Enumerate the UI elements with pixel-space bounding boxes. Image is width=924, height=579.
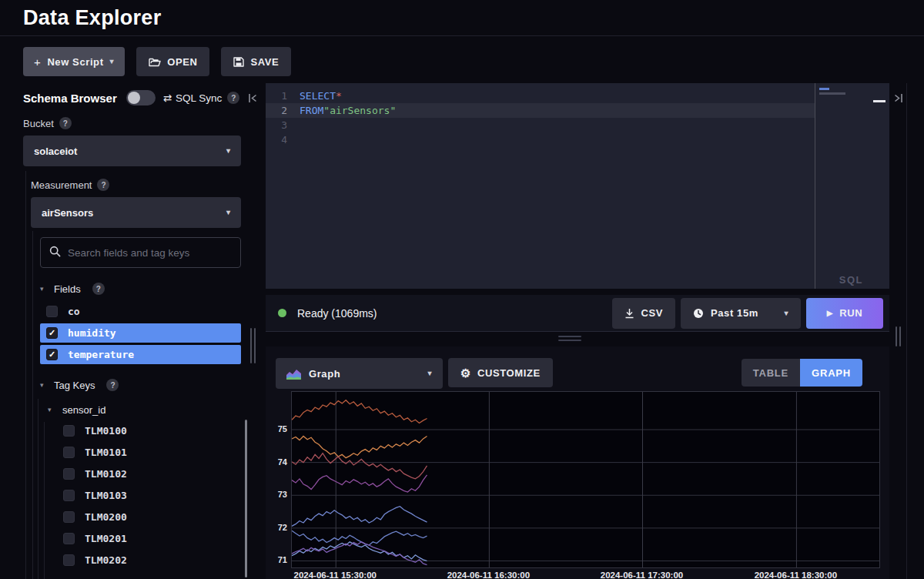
status-dot-icon bbox=[278, 309, 286, 317]
chevron-down-icon: ▾ bbox=[226, 147, 230, 155]
tag-value-row[interactable]: TLM0201 bbox=[57, 529, 241, 548]
collapse-left-icon[interactable] bbox=[248, 92, 258, 106]
y-axis-tick-label: 75 bbox=[266, 424, 287, 433]
checkbox-unchecked[interactable] bbox=[63, 533, 75, 544]
open-button[interactable]: OPEN bbox=[136, 47, 209, 76]
sql-sync-help-icon[interactable]: ? bbox=[227, 92, 239, 104]
sql-editor[interactable]: 1SELECT *2FROM "airSensors"34 SQL bbox=[266, 83, 889, 289]
data-explorer-page: Data Explorer + New Script ▾ OPEN SAVE S… bbox=[0, 0, 924, 579]
customize-button[interactable]: ⚙ CUSTOMIZE bbox=[448, 358, 553, 387]
schema-browser-header: Schema Browser ⇄ SQL Sync ? bbox=[23, 89, 241, 107]
new-script-button[interactable]: + New Script ▾ bbox=[23, 47, 125, 76]
tab-table[interactable]: TABLE bbox=[742, 359, 800, 387]
checkbox-unchecked[interactable] bbox=[63, 490, 75, 501]
bucket-label-row: Bucket ? bbox=[23, 115, 241, 131]
plus-icon: + bbox=[34, 55, 41, 69]
code-line[interactable]: 2FROM "airSensors" bbox=[266, 103, 815, 118]
chart-series-line-8 bbox=[292, 542, 427, 565]
y-axis-tick-label: 73 bbox=[266, 490, 287, 499]
save-button[interactable]: SAVE bbox=[221, 47, 291, 76]
chevron-down-icon: ▾ bbox=[784, 310, 788, 317]
schema-browser-sidebar: Schema Browser ⇄ SQL Sync ? Bucket ? sol… bbox=[23, 89, 241, 579]
bucket-value: solaceiot bbox=[34, 146, 77, 157]
play-icon: ▶ bbox=[827, 309, 833, 317]
search-icon bbox=[49, 246, 61, 260]
checkbox-checked[interactable]: ✓ bbox=[46, 327, 58, 339]
measurement-label-row: Measurement ? bbox=[31, 177, 241, 192]
tag-value-row[interactable]: TLM0100 bbox=[57, 421, 241, 440]
sql-sync-toggle[interactable] bbox=[126, 90, 156, 105]
query-status-bar: Ready (1069ms) CSV Past 15m ▾ ▶ RUN bbox=[266, 295, 889, 332]
fields-collapse-icon[interactable]: ▾ bbox=[40, 285, 48, 293]
chart-series-line-3 bbox=[292, 453, 427, 479]
checkbox-checked[interactable]: ✓ bbox=[46, 349, 58, 360]
field-row[interactable]: ✓humidity bbox=[40, 323, 241, 343]
language-badge: SQL bbox=[839, 274, 863, 286]
tag-value-row-label: TLM0101 bbox=[85, 447, 127, 458]
chart-series-line-4 bbox=[292, 475, 427, 492]
results-resize-handle[interactable] bbox=[558, 336, 581, 343]
tag-value-row[interactable]: TLM0202 bbox=[57, 551, 241, 570]
checkbox-unchecked[interactable] bbox=[63, 425, 75, 437]
chart-series-line-5 bbox=[292, 507, 427, 527]
download-icon bbox=[624, 308, 634, 319]
sensor-id-collapse-icon[interactable]: ▾ bbox=[48, 406, 55, 413]
line-number: 1 bbox=[266, 89, 300, 103]
checkbox-unchecked[interactable] bbox=[63, 468, 75, 480]
folder-icon bbox=[149, 57, 161, 67]
fields-help-icon[interactable]: ? bbox=[92, 283, 105, 295]
chevron-down-icon: ▾ bbox=[427, 370, 432, 377]
chart-series-line-7 bbox=[292, 542, 427, 561]
panel-resize-handle[interactable] bbox=[896, 326, 901, 346]
search-input[interactable] bbox=[68, 247, 222, 259]
tag-keys-collapse-icon[interactable]: ▾ bbox=[40, 381, 48, 389]
x-axis-tick-label: 2024-06-11 16:30:00 bbox=[434, 571, 542, 579]
checkbox-unchecked[interactable] bbox=[63, 554, 75, 566]
code-token: * bbox=[336, 89, 342, 103]
checkbox-unchecked[interactable] bbox=[63, 447, 75, 458]
checkbox-unchecked[interactable] bbox=[46, 306, 58, 317]
x-axis-tick-label: 2024-06-11 17:30:00 bbox=[588, 571, 696, 579]
view-type-dropdown[interactable]: Graph ▾ bbox=[276, 358, 443, 389]
editor-minimap[interactable] bbox=[815, 83, 889, 289]
bucket-help-icon[interactable]: ? bbox=[59, 117, 72, 129]
code-token: SELECT bbox=[300, 89, 336, 103]
tab-graph[interactable]: GRAPH bbox=[800, 359, 862, 387]
csv-label: CSV bbox=[641, 307, 663, 319]
field-row[interactable]: ✓temperature bbox=[40, 345, 241, 364]
time-range-dropdown[interactable]: Past 15m ▾ bbox=[681, 298, 801, 329]
sidebar-scrollbar[interactable] bbox=[245, 420, 247, 577]
measurement-help-icon[interactable]: ? bbox=[97, 179, 109, 191]
gear-icon: ⚙ bbox=[460, 367, 471, 379]
bucket-select[interactable]: solaceiot ▾ bbox=[23, 136, 241, 166]
code-token: FROM bbox=[300, 103, 323, 118]
code-line[interactable]: 3 bbox=[266, 118, 815, 132]
tag-value-row[interactable]: TLM0101 bbox=[57, 443, 241, 462]
checkbox-unchecked[interactable] bbox=[63, 511, 75, 523]
panel-resize-handle[interactable] bbox=[250, 328, 256, 363]
field-row[interactable]: co bbox=[40, 302, 241, 321]
results-panel: Graph ▾ ⚙ CUSTOMIZE TABLE GRAPH 71727374… bbox=[266, 346, 889, 579]
tag-values-list: TLM0100TLM0101TLM0102TLM0103TLM0200TLM02… bbox=[40, 421, 241, 570]
line-chart bbox=[292, 392, 879, 567]
open-label: OPEN bbox=[167, 56, 197, 68]
chart-plot-area[interactable] bbox=[291, 391, 880, 568]
tag-value-row[interactable]: TLM0200 bbox=[57, 507, 241, 527]
run-button[interactable]: ▶ RUN bbox=[806, 298, 883, 329]
line-number: 3 bbox=[266, 118, 300, 132]
indent-guide bbox=[38, 399, 38, 579]
tag-keys-section: ▾ Tag Keys ? ▾ sensor_id TLM0100TLM0101T… bbox=[31, 377, 241, 570]
csv-download-button[interactable]: CSV bbox=[612, 298, 675, 329]
measurement-select[interactable]: airSensors ▾ bbox=[31, 197, 241, 228]
code-line[interactable]: 4 bbox=[266, 132, 815, 147]
tag-keys-help-icon[interactable]: ? bbox=[106, 379, 119, 391]
expand-right-icon[interactable] bbox=[893, 92, 903, 106]
code-line[interactable]: 1SELECT * bbox=[266, 89, 815, 103]
schema-browser-title: Schema Browser bbox=[23, 92, 117, 105]
chart-series-line-1 bbox=[292, 400, 427, 423]
tag-value-row[interactable]: TLM0103 bbox=[57, 486, 241, 505]
fields-label: Fields bbox=[54, 283, 81, 295]
table-graph-toggle: TABLE GRAPH bbox=[742, 359, 862, 387]
x-axis-tick-label: 2024-06-11 15:30:00 bbox=[281, 571, 389, 579]
tag-value-row[interactable]: TLM0102 bbox=[57, 464, 241, 484]
